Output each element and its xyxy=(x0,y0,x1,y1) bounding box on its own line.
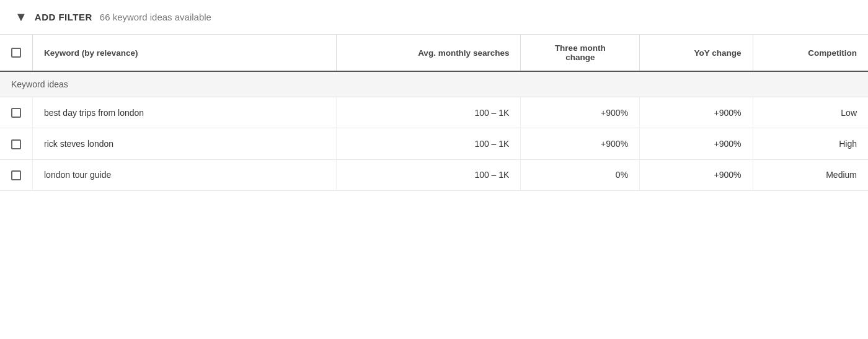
three-month-cell-2: +900% xyxy=(521,128,640,159)
table-header-row: Keyword (by relevance) Avg. monthly sear… xyxy=(0,35,868,71)
filter-bar: ▼ ADD FILTER 66 keyword ideas available xyxy=(0,0,868,35)
col-header-keyword: Keyword (by relevance) xyxy=(33,35,337,71)
col-header-avg-monthly-searches: Avg. monthly searches xyxy=(337,35,521,71)
keyword-count-text: 66 keyword ideas available xyxy=(100,12,211,22)
col-header-competition: Competition xyxy=(753,35,868,71)
section-header-row: Keyword ideas xyxy=(0,71,868,97)
keyword-table: Keyword (by relevance) Avg. monthly sear… xyxy=(0,35,868,191)
yoy-cell-1: +900% xyxy=(640,97,753,128)
three-month-cell-1: +900% xyxy=(521,97,640,128)
col-header-three-month-change: Three monthchange xyxy=(521,35,640,71)
keyword-cell-2: rick steves london xyxy=(33,128,337,159)
avg-searches-cell-2: 100 – 1K xyxy=(337,128,521,159)
select-all-checkbox[interactable] xyxy=(11,48,21,58)
keyword-cell-1: best day trips from london xyxy=(33,97,337,128)
competition-cell-3: Medium xyxy=(753,159,868,190)
three-month-cell-3: 0% xyxy=(521,159,640,190)
avg-searches-cell-3: 100 – 1K xyxy=(337,159,521,190)
row-checkbox-cell-3[interactable] xyxy=(0,159,33,190)
keyword-cell-3: london tour guide xyxy=(33,159,337,190)
table-row: london tour guide 100 – 1K 0% +900% Medi… xyxy=(0,159,868,190)
row-checkbox-1[interactable] xyxy=(11,108,21,118)
row-checkbox-2[interactable] xyxy=(11,139,21,149)
section-label: Keyword ideas xyxy=(0,71,868,97)
competition-cell-1: Low xyxy=(753,97,868,128)
filter-icon[interactable]: ▼ xyxy=(15,10,27,24)
yoy-cell-2: +900% xyxy=(640,128,753,159)
add-filter-label[interactable]: ADD FILTER xyxy=(35,12,92,22)
avg-searches-cell-1: 100 – 1K xyxy=(337,97,521,128)
table-row: rick steves london 100 – 1K +900% +900% … xyxy=(0,128,868,159)
table-row: best day trips from london 100 – 1K +900… xyxy=(0,97,868,128)
yoy-cell-3: +900% xyxy=(640,159,753,190)
row-checkbox-3[interactable] xyxy=(11,170,21,180)
competition-cell-2: High xyxy=(753,128,868,159)
row-checkbox-cell-1[interactable] xyxy=(0,97,33,128)
select-all-checkbox-cell[interactable] xyxy=(0,35,33,71)
keyword-table-wrapper: Keyword (by relevance) Avg. monthly sear… xyxy=(0,35,868,191)
col-header-yoy-change: YoY change xyxy=(640,35,753,71)
row-checkbox-cell-2[interactable] xyxy=(0,128,33,159)
